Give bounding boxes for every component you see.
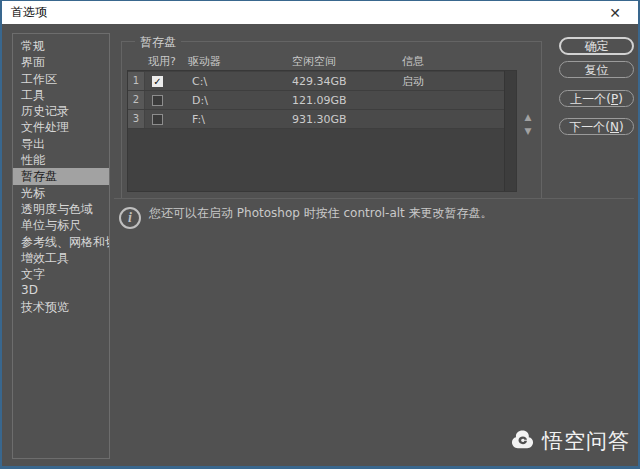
table-row[interactable]: 3 F:\ 931.30GB bbox=[128, 110, 504, 129]
sidebar-item-5[interactable]: 文件处理 bbox=[13, 119, 109, 135]
drive-label: F:\ bbox=[192, 113, 292, 126]
watermark: 悟空问答 bbox=[509, 427, 630, 455]
titlebar: 首选项 ✕ bbox=[2, 1, 638, 24]
reorder-controls: ▲ ▼ bbox=[522, 110, 534, 138]
sidebar-item-7[interactable]: 性能 bbox=[13, 152, 109, 168]
active-checkbox[interactable] bbox=[152, 114, 163, 125]
active-cell bbox=[145, 95, 192, 106]
next-hotkey: N bbox=[610, 120, 619, 134]
move-up-icon[interactable]: ▲ bbox=[522, 110, 534, 124]
prev-label: 上一个( bbox=[570, 92, 611, 106]
next-label-end: ) bbox=[619, 120, 624, 134]
active-cell: ✓ bbox=[145, 76, 192, 87]
prev-button[interactable]: 上一个(P) bbox=[559, 90, 634, 107]
column-header-info: 信息 bbox=[402, 54, 424, 69]
active-checkbox[interactable] bbox=[152, 95, 163, 106]
sidebar-item-11[interactable]: 单位与标尺 bbox=[13, 217, 109, 233]
note-text: 您还可以在启动 Photoshop 时按住 control-alt 来更改暂存盘… bbox=[149, 205, 493, 222]
active-cell bbox=[145, 114, 192, 125]
drive-label: D:\ bbox=[192, 94, 292, 107]
sidebar-item-2[interactable]: 工作区 bbox=[13, 71, 109, 87]
preferences-category-list: 常规界面工作区工具历史记录文件处理导出性能暂存盘光标透明度与色域单位与标尺参考线… bbox=[12, 33, 110, 459]
prev-label-end: ) bbox=[618, 92, 623, 106]
preferences-dialog: 首选项 ✕ 常规界面工作区工具历史记录文件处理导出性能暂存盘光标透明度与色域单位… bbox=[0, 0, 640, 469]
next-button[interactable]: 下一个(N) bbox=[559, 118, 634, 135]
info-value: 启动 bbox=[402, 74, 504, 89]
free-space-value: 121.09GB bbox=[292, 94, 402, 107]
info-icon: i bbox=[119, 207, 141, 229]
sidebar-item-6[interactable]: 导出 bbox=[13, 136, 109, 152]
disk-rows: 1 ✓ C:\ 429.34GB 启动 2 D:\ 121.09GB bbox=[128, 72, 504, 129]
next-label: 下一个( bbox=[569, 120, 610, 134]
column-header-drive: 驱动器 bbox=[188, 54, 221, 69]
sidebar-item-3[interactable]: 工具 bbox=[13, 87, 109, 103]
row-number: 1 bbox=[128, 72, 145, 90]
scratch-disk-table: 1 ✓ C:\ 429.34GB 启动 2 D:\ 121.09GB bbox=[127, 70, 517, 192]
sidebar-item-14[interactable]: 文字 bbox=[13, 266, 109, 282]
watermark-text: 悟空问答 bbox=[542, 427, 630, 455]
move-down-icon[interactable]: ▼ bbox=[522, 124, 534, 138]
table-scrollbar[interactable] bbox=[504, 71, 516, 191]
sidebar-item-15[interactable]: 3D bbox=[13, 282, 109, 298]
dialog-body: 常规界面工作区工具历史记录文件处理导出性能暂存盘光标透明度与色域单位与标尺参考线… bbox=[2, 24, 638, 466]
close-icon[interactable]: ✕ bbox=[600, 1, 630, 24]
dialog-title: 首选项 bbox=[11, 4, 47, 21]
column-header-free-space: 空闲空间 bbox=[292, 54, 336, 69]
sidebar-item-0[interactable]: 常规 bbox=[13, 38, 109, 54]
active-checkbox[interactable]: ✓ bbox=[152, 76, 163, 87]
sidebar-item-4[interactable]: 历史记录 bbox=[13, 103, 109, 119]
column-header-active: 现用? bbox=[148, 54, 176, 69]
free-space-value: 931.30GB bbox=[292, 113, 402, 126]
group-title: 暂存盘 bbox=[135, 34, 181, 51]
sidebar-item-10[interactable]: 透明度与色域 bbox=[13, 201, 109, 217]
row-number: 2 bbox=[128, 91, 145, 109]
sidebar-item-8[interactable]: 暂存盘 bbox=[13, 168, 109, 184]
section-divider bbox=[114, 198, 634, 199]
reset-button[interactable]: 复位 bbox=[559, 61, 634, 78]
sidebar-item-1[interactable]: 界面 bbox=[13, 54, 109, 70]
drive-label: C:\ bbox=[192, 75, 292, 88]
sidebar-item-13[interactable]: 增效工具 bbox=[13, 250, 109, 266]
wukong-cloud-icon bbox=[509, 428, 536, 455]
free-space-value: 429.34GB bbox=[292, 75, 402, 88]
row-number: 3 bbox=[128, 110, 145, 128]
sidebar-item-12[interactable]: 参考线、网格和切片 bbox=[13, 234, 109, 250]
table-row[interactable]: 1 ✓ C:\ 429.34GB 启动 bbox=[128, 72, 504, 91]
sidebar-item-9[interactable]: 光标 bbox=[13, 185, 109, 201]
table-row[interactable]: 2 D:\ 121.09GB bbox=[128, 91, 504, 110]
sidebar-item-16[interactable]: 技术预览 bbox=[13, 299, 109, 315]
ok-button[interactable]: 确定 bbox=[559, 37, 634, 55]
